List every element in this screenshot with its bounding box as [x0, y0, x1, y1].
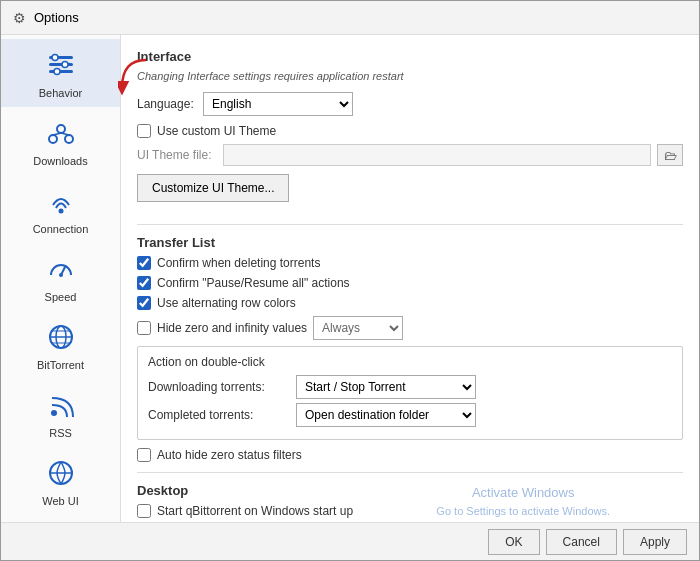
confirm-delete-label: Confirm when deleting torrents [157, 256, 320, 270]
completed-torrents-select[interactable]: Open destination folder Start / Stop Tor… [296, 403, 476, 427]
ui-theme-file-input[interactable] [223, 144, 651, 166]
language-label: Language: [137, 97, 197, 111]
svg-point-3 [52, 55, 58, 61]
sidebar-item-rss[interactable]: RSS [1, 379, 120, 447]
svg-rect-1 [49, 63, 73, 66]
downloading-torrents-label: Downloading torrents: [148, 380, 288, 394]
language-select[interactable]: English French German [203, 92, 353, 116]
hide-zero-label: Hide zero and infinity values [157, 321, 307, 335]
auto-hide-checkbox[interactable] [137, 448, 151, 462]
apply-button[interactable]: Apply [623, 529, 687, 555]
svg-point-11 [58, 209, 63, 214]
confirm-pause-row: Confirm "Pause/Resume all" actions [137, 276, 683, 290]
sidebar-item-bittorrent[interactable]: BitTorrent [1, 311, 120, 379]
use-custom-theme-label: Use custom UI Theme [157, 124, 276, 138]
sidebar-item-downloads[interactable]: Downloads [1, 107, 120, 175]
sidebar-item-speed[interactable]: Speed [1, 243, 120, 311]
title-bar: ⚙ Options [1, 1, 699, 35]
webui-icon [43, 455, 79, 491]
main-panel: Interface Changing Interface settings re… [121, 35, 699, 522]
svg-point-18 [51, 410, 57, 416]
sidebar-label-rss: RSS [49, 427, 72, 439]
interface-title: Interface [137, 49, 683, 64]
language-row: Language: English French German [137, 92, 683, 116]
divider-2 [137, 472, 683, 473]
svg-point-8 [65, 135, 73, 143]
svg-point-6 [57, 125, 65, 133]
downloading-torrents-row: Downloading torrents: Start / Stop Torre… [148, 375, 672, 399]
completed-torrents-row: Completed torrents: Open destination fol… [148, 403, 672, 427]
completed-torrents-label: Completed torrents: [148, 408, 288, 422]
ui-theme-file-label: UI Theme file: [137, 148, 217, 162]
alternating-rows-checkbox[interactable] [137, 296, 151, 310]
confirm-pause-label: Confirm "Pause/Resume all" actions [157, 276, 350, 290]
svg-point-4 [62, 62, 68, 68]
use-custom-theme-checkbox[interactable] [137, 124, 151, 138]
svg-line-10 [61, 133, 69, 135]
sidebar-label-downloads: Downloads [33, 155, 87, 167]
start-qbittorrent-row: Start qBittorrent on Windows start up [137, 504, 683, 518]
action-group-title: Action on double-click [148, 355, 672, 369]
sidebar-label-webui: Web UI [42, 495, 78, 507]
interface-section: Interface Changing Interface settings re… [137, 49, 683, 214]
bittorrent-icon [43, 319, 79, 355]
svg-line-9 [53, 133, 61, 135]
sidebar: Behavior Downloads [1, 35, 121, 522]
speed-icon [43, 251, 79, 287]
sidebar-label-connection: Connection [33, 223, 89, 235]
sidebar-label-speed: Speed [45, 291, 77, 303]
sidebar-item-behavior[interactable]: Behavior [1, 39, 120, 107]
divider-1 [137, 224, 683, 225]
sidebar-item-advanced[interactable]: Advanced [1, 515, 120, 522]
options-icon: ⚙ [13, 10, 26, 26]
auto-hide-label: Auto hide zero status filters [157, 448, 302, 462]
start-qbittorrent-checkbox[interactable] [137, 504, 151, 518]
downloading-torrents-select[interactable]: Start / Stop Torrent Open details Open d… [296, 375, 476, 399]
transfer-list-title: Transfer List [137, 235, 683, 250]
svg-point-12 [59, 273, 63, 277]
cancel-button[interactable]: Cancel [546, 529, 617, 555]
transfer-list-section: Transfer List Confirm when deleting torr… [137, 235, 683, 462]
ok-button[interactable]: OK [488, 529, 539, 555]
auto-hide-row: Auto hide zero status filters [137, 448, 683, 462]
sidebar-label-behavior: Behavior [39, 87, 82, 99]
action-double-click-group: Action on double-click Downloading torre… [137, 346, 683, 440]
desktop-section: Desktop Start qBittorrent on Windows sta… [137, 483, 683, 522]
svg-point-5 [54, 69, 60, 75]
ui-theme-browse-button[interactable]: 🗁 [657, 144, 683, 166]
window-title: Options [34, 10, 79, 25]
ui-theme-file-row: UI Theme file: 🗁 [137, 144, 683, 166]
hide-zero-row: Hide zero and infinity values Always Nev… [137, 316, 683, 340]
customize-theme-button[interactable]: Customize UI Theme... [137, 174, 289, 202]
svg-rect-2 [49, 70, 73, 73]
rss-icon [43, 387, 79, 423]
behavior-icon [43, 47, 79, 83]
confirm-pause-checkbox[interactable] [137, 276, 151, 290]
downloads-icon [43, 115, 79, 151]
hide-zero-select[interactable]: Always Never [313, 316, 403, 340]
sidebar-label-bittorrent: BitTorrent [37, 359, 84, 371]
start-qbittorrent-label: Start qBittorrent on Windows start up [157, 504, 353, 518]
svg-point-7 [49, 135, 57, 143]
connection-icon [43, 183, 79, 219]
confirm-delete-row: Confirm when deleting torrents [137, 256, 683, 270]
desktop-title: Desktop [137, 483, 683, 498]
alternating-rows-label: Use alternating row colors [157, 296, 296, 310]
use-custom-theme-row: Use custom UI Theme [137, 124, 683, 138]
sidebar-item-webui[interactable]: Web UI [1, 447, 120, 515]
hide-zero-checkbox[interactable] [137, 321, 151, 335]
alternating-rows-row: Use alternating row colors [137, 296, 683, 310]
interface-note: Changing Interface settings requires app… [137, 70, 683, 82]
confirm-delete-checkbox[interactable] [137, 256, 151, 270]
bottom-bar: OK Cancel Apply [1, 522, 699, 560]
sidebar-item-connection[interactable]: Connection [1, 175, 120, 243]
